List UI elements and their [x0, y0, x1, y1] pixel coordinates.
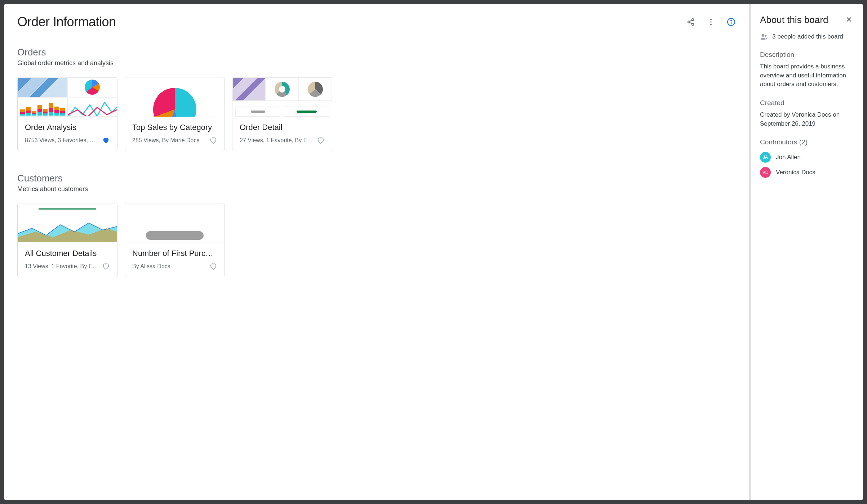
avatar: VD: [760, 167, 771, 178]
section-orders: Orders Global order metrics and analysis…: [17, 47, 736, 151]
section-title: Customers: [17, 173, 736, 184]
card-meta: 285 Views, By Marie Docs: [132, 137, 206, 144]
dashboard-card[interactable]: Order Analysis 8753 Views, 3 Favorites, …: [17, 77, 117, 151]
card-title: Order Analysis: [25, 123, 110, 132]
card-title: All Customer Details: [25, 249, 110, 258]
card-meta: 8753 Views, 3 Favorites, By M…: [25, 137, 99, 144]
created-label: Created: [760, 99, 853, 107]
card-meta: 27 Views, 1 Favorite, By Erin …: [240, 137, 314, 144]
header-actions: [686, 17, 736, 27]
more-icon[interactable]: [706, 17, 716, 27]
svg-line-3: [690, 20, 692, 22]
card-title: Order Detail: [240, 123, 325, 132]
card-preview: [125, 77, 224, 117]
about-sidebar: About this board 3 people added this boa…: [749, 4, 863, 500]
people-added: 3 people added this board: [760, 33, 853, 41]
main-header: Order Information: [17, 14, 736, 30]
main-content: Order Information Orders Global order me…: [4, 4, 749, 500]
share-icon[interactable]: [686, 17, 696, 27]
card-preview: [18, 77, 117, 117]
svg-point-7: [710, 24, 712, 25]
section-title: Orders: [17, 47, 736, 58]
close-icon[interactable]: [845, 16, 853, 24]
heart-icon[interactable]: [317, 136, 325, 144]
svg-point-5: [710, 19, 712, 21]
svg-point-10: [731, 20, 732, 21]
avatar: JA: [760, 152, 771, 163]
heart-icon[interactable]: [102, 262, 110, 270]
info-icon[interactable]: [726, 17, 736, 27]
people-icon: [760, 33, 768, 41]
card-title: Top Sales by Category: [132, 123, 217, 132]
heart-icon[interactable]: [209, 136, 217, 144]
svg-point-2: [692, 23, 694, 26]
contributors-label: Contributors (2): [760, 138, 853, 146]
svg-point-0: [692, 19, 694, 21]
heart-icon[interactable]: [102, 136, 110, 144]
card-title: Number of First Purcha…: [132, 249, 217, 258]
dashboard-card[interactable]: Top Sales by Category 285 Views, By Mari…: [125, 77, 225, 151]
contributor-name: Veronica Docs: [776, 169, 815, 176]
card-grid: Order Analysis 8753 Views, 3 Favorites, …: [17, 77, 736, 151]
card-grid: All Customer Details 13 Views, 1 Favorit…: [17, 203, 736, 277]
contributor-name: Jon Allen: [776, 154, 801, 161]
people-text: 3 people added this board: [772, 33, 843, 40]
card-preview: [125, 203, 224, 243]
section-subtitle: Global order metrics and analysis: [17, 59, 736, 67]
section-subtitle: Metrics about customers: [17, 185, 736, 193]
dashboard-card[interactable]: All Customer Details 13 Views, 1 Favorit…: [17, 203, 117, 277]
page-title: Order Information: [17, 14, 116, 30]
contributor-row: JA Jon Allen: [760, 152, 853, 163]
description-label: Description: [760, 51, 853, 59]
svg-point-6: [710, 21, 712, 23]
card-meta: By Alissa Docs: [132, 263, 206, 270]
svg-point-16: [765, 35, 767, 37]
heart-icon[interactable]: [209, 262, 217, 270]
created-text: Created by Veronica Docs on September 26…: [760, 111, 853, 128]
dashboard-card[interactable]: Order Detail 27 Views, 1 Favorite, By Er…: [232, 77, 332, 151]
svg-point-1: [688, 21, 690, 23]
card-preview: [232, 77, 332, 117]
dashboard-card[interactable]: Number of First Purcha… By Alissa Docs: [125, 203, 225, 277]
description-text: This board provides a business overview …: [760, 62, 853, 89]
card-meta: 13 Views, 1 Favorite, By Erin …: [25, 263, 99, 270]
sidebar-title: About this board: [760, 14, 828, 26]
contributor-row: VD Veronica Docs: [760, 167, 853, 178]
card-preview: [18, 203, 117, 243]
section-customers: Customers Metrics about customers All Cu…: [17, 173, 736, 277]
svg-line-4: [690, 22, 692, 24]
svg-point-15: [762, 34, 764, 37]
